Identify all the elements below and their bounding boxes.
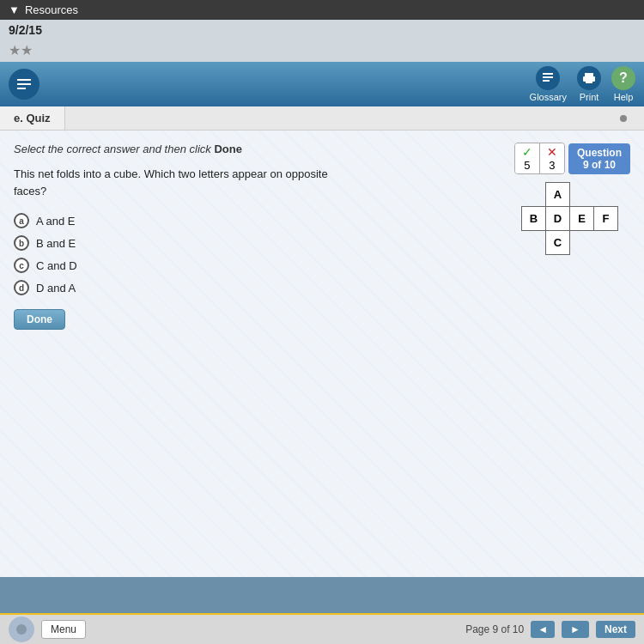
choice-d[interactable]: d D and A: [14, 280, 630, 295]
cell-empty-2: [570, 183, 594, 207]
instruction-text: Select the correct answer and then click: [14, 143, 214, 155]
cube-net-row-1: A: [522, 183, 618, 207]
choice-c-circle: c: [14, 258, 29, 273]
glossary-icon: [536, 66, 560, 90]
svg-point-9: [16, 624, 27, 635]
cell-D: D: [546, 207, 570, 231]
cell-empty-1: [522, 183, 546, 207]
cell-C: C: [546, 231, 570, 255]
next-text-button[interactable]: Next: [596, 621, 635, 638]
cross-icon: ✕: [547, 145, 557, 159]
stars-text: ★★: [9, 43, 33, 58]
cell-B: B: [522, 207, 546, 231]
choice-a-circle: a: [14, 213, 29, 228]
question-badge: Question 9 of 10: [568, 143, 630, 174]
tab-bar: e. Quiz: [0, 106, 644, 131]
score-incorrect: ✕ 3: [540, 143, 564, 173]
cell-E: E: [570, 207, 594, 231]
print-label: Print: [580, 92, 599, 102]
svg-rect-4: [543, 76, 553, 78]
question-header: ✓ 5 ✕ 3 Question 9 of 10: [514, 143, 630, 174]
quiz-tab[interactable]: e. Quiz: [0, 106, 65, 130]
cell-empty-6: [594, 231, 618, 255]
svg-rect-2: [17, 88, 26, 89]
svg-rect-0: [17, 79, 31, 81]
correct-count: 5: [524, 159, 530, 172]
done-button[interactable]: Done: [14, 309, 65, 330]
app-header: Glossary Print ? Help: [0, 62, 644, 106]
main-content: Select the correct answer and then click…: [0, 131, 644, 577]
badge-label: Question: [577, 147, 622, 159]
cell-F: F: [594, 207, 618, 231]
question-text: This net folds into a cube. Which two le…: [14, 166, 357, 199]
help-label: Help: [614, 92, 634, 102]
tab-dot: [620, 115, 627, 122]
done-text-inline: Done: [214, 143, 242, 155]
choice-c[interactable]: c C and D: [14, 258, 630, 273]
header-left: [9, 69, 39, 100]
resources-label: Resources: [25, 3, 78, 16]
next-button[interactable]: ►: [562, 621, 589, 638]
bottom-icon: [9, 617, 34, 642]
prev-button[interactable]: ◄: [531, 621, 555, 638]
bottom-bar: Menu Page 9 of 10 ◄ ► Next: [0, 613, 644, 644]
choice-b-circle: b: [14, 235, 29, 251]
help-icon: ?: [611, 66, 635, 90]
cube-net-row-3: C: [522, 231, 618, 255]
cube-net-row-2: B D E F: [522, 207, 618, 231]
date-row: 9/2/15: [0, 20, 644, 40]
choice-c-text: C and D: [36, 259, 77, 272]
header-right: Glossary Print ? Help: [530, 66, 635, 102]
cell-empty-4: [522, 231, 546, 255]
cell-A: A: [546, 183, 570, 207]
menu-button[interactable]: Menu: [41, 620, 86, 639]
choice-d-text: D and A: [36, 282, 76, 295]
quiz-tab-label: e. Quiz: [14, 112, 51, 125]
choice-b-text: B and E: [36, 237, 76, 250]
svg-rect-8: [586, 80, 592, 83]
svg-rect-1: [17, 83, 31, 85]
svg-rect-3: [543, 73, 553, 75]
choice-a-text: A and E: [36, 215, 76, 228]
print-icon: [577, 66, 601, 90]
cell-empty-5: [570, 231, 594, 255]
date-text: 9/2/15: [9, 23, 42, 37]
cell-empty-3: [594, 183, 618, 207]
app-icon: [9, 69, 39, 100]
stars-row: ★★: [0, 40, 644, 62]
cube-net-diagram: A B D E F C: [521, 182, 618, 255]
top-bar: ▼ Resources: [0, 0, 644, 20]
page-info: Page 9 of 10: [465, 623, 524, 635]
badge-progress: 9 of 10: [577, 159, 622, 171]
incorrect-count: 3: [549, 159, 555, 172]
check-icon: ✓: [522, 145, 532, 159]
resources-arrow: ▼: [9, 3, 20, 16]
help-button[interactable]: ? Help: [611, 66, 635, 102]
choice-d-circle: d: [14, 280, 29, 295]
glossary-label: Glossary: [530, 92, 567, 102]
score-correct: ✓ 5: [515, 143, 540, 173]
score-box: ✓ 5 ✕ 3: [514, 143, 565, 174]
glossary-button[interactable]: Glossary: [530, 66, 567, 102]
svg-rect-5: [543, 80, 550, 82]
print-button[interactable]: Print: [577, 66, 601, 102]
